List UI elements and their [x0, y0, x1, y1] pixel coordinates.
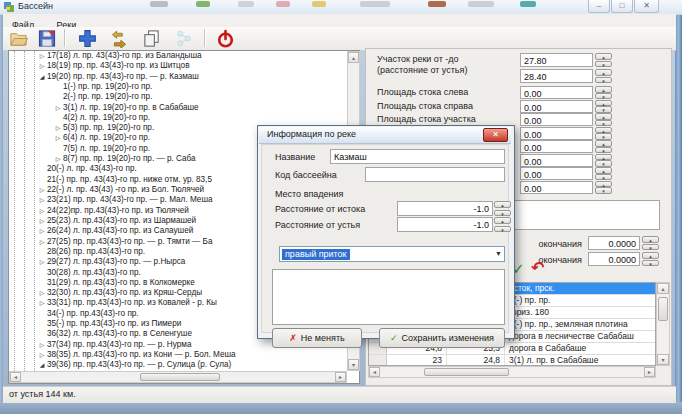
tree-expand-icon[interactable]: ▷ [53, 154, 63, 164]
close-button[interactable]: ✕ [634, 0, 659, 13]
flow-row-field[interactable]: 0.00 [520, 100, 593, 113]
tree-item[interactable]: 1(-) пр. пр. 19(20)-го пр. [9, 82, 346, 92]
tree-expand-icon[interactable]: ▷ [37, 340, 47, 350]
tree-expand-icon[interactable]: ▷ [53, 103, 63, 113]
undo-icon[interactable]: ↶ [531, 258, 544, 277]
mark-row-field[interactable]: 0.0000 [588, 252, 640, 266]
flow-row-field[interactable]: 0.00 [520, 154, 593, 167]
cancel-button[interactable]: ✗Не менять [272, 328, 362, 348]
scroll-left-icon[interactable]: ◂ [369, 367, 380, 377]
section-from-spinner[interactable]: ▴▾ [595, 53, 612, 67]
tree-expand-icon[interactable]: ▷ [53, 133, 63, 143]
distance-source-field[interactable]: -1.0 [397, 201, 493, 216]
spin-up-icon[interactable]: ▴ [494, 201, 511, 208]
tree-expand-icon[interactable]: ▷ [37, 61, 47, 71]
value-spinner[interactable]: ▴▾ [595, 154, 612, 167]
flow-row-field[interactable]: 0.00 [520, 167, 593, 180]
tree-expand-icon[interactable]: ▷ [37, 288, 47, 298]
scroll-right-icon[interactable]: ▸ [335, 372, 346, 382]
dialog-close-button[interactable]: ✕ [483, 128, 508, 142]
spin-up-icon[interactable]: ▴ [494, 217, 511, 224]
value-spinner[interactable]: ▴▾ [595, 167, 612, 180]
tree-expand-icon[interactable]: ▷ [37, 206, 47, 216]
scrollbar-thumb[interactable] [140, 373, 220, 381]
tree-horizontal-scrollbar[interactable]: ◂ ▸ [9, 371, 347, 383]
section-from-field[interactable]: 27.80 [520, 53, 593, 67]
spin-down-icon[interactable]: ▾ [642, 260, 659, 267]
tree-item[interactable]: ▷18(19) пр. пр. 43(43)-го пр. из Шитцов [9, 61, 346, 71]
spin-down-icon[interactable]: ▾ [494, 210, 511, 217]
exchange-button[interactable] [106, 28, 132, 49]
tree-expand-icon[interactable]: ▷ [37, 226, 47, 236]
spin-down-icon[interactable]: ▾ [595, 174, 612, 181]
tree-item[interactable]: 4(2) л. пр. 19(20)-го пр. [9, 113, 346, 123]
scroll-down-icon[interactable]: ▾ [657, 354, 669, 365]
distance-source-spinner[interactable]: ▴▾ [494, 201, 511, 216]
copy-button[interactable] [138, 28, 164, 49]
tree-item[interactable]: ▷38(35) л. пр.43(43)-го пр. из Кони — р.… [9, 350, 346, 360]
mark-row-spinner[interactable]: ▴▾ [642, 252, 659, 266]
flow-row-field[interactable]: 0.00 [520, 113, 593, 126]
tributary-type-combobox[interactable]: правый приток ▼ [279, 246, 505, 262]
spin-down-icon[interactable]: ▾ [595, 77, 612, 84]
distance-mouth-spinner[interactable]: ▴▾ [494, 217, 511, 232]
tree-expand-icon[interactable]: ▷ [37, 350, 47, 360]
spin-up-icon[interactable]: ▴ [642, 236, 659, 243]
flow-row-field[interactable]: 0.00 [520, 181, 593, 194]
tree-item[interactable]: 2(-) пр. пр. 19(20)-го пр. [9, 92, 346, 102]
spin-up-icon[interactable]: ▴ [595, 140, 612, 147]
tree-item[interactable]: ◢39(36) пр. пр.43(43)-го пр. — р. Сулица… [9, 360, 346, 370]
scroll-left-icon[interactable]: ◂ [10, 372, 21, 382]
spin-down-icon[interactable]: ▾ [595, 147, 612, 154]
tree-expand-icon[interactable]: ◢ [37, 360, 47, 370]
tree-expand-icon[interactable]: ▷ [37, 257, 47, 267]
tree-expand-icon[interactable]: ▷ [53, 123, 63, 133]
grid-row[interactable]: 2324,83(1) л. пр. в Сабабаше [369, 355, 655, 366]
maximize-button[interactable]: □ [611, 0, 633, 13]
spin-down-icon[interactable]: ▾ [595, 160, 612, 167]
exit-button[interactable] [212, 28, 238, 49]
tree-expand-icon[interactable]: ▷ [37, 216, 47, 226]
spin-down-icon[interactable]: ▾ [595, 187, 612, 194]
tree-expand-icon[interactable]: ▷ [37, 51, 47, 61]
spin-down-icon[interactable]: ▾ [595, 120, 612, 127]
flow-row-field[interactable]: 0.00 [520, 140, 593, 153]
chevron-down-icon[interactable]: ▼ [495, 250, 502, 257]
value-spinner[interactable]: ▴▾ [595, 100, 612, 113]
spin-up-icon[interactable]: ▴ [595, 69, 612, 76]
value-spinner[interactable]: ▴▾ [595, 127, 612, 140]
spin-down-icon[interactable]: ▾ [595, 61, 612, 68]
value-spinner[interactable]: ▴▾ [595, 181, 612, 194]
flow-row-field[interactable]: 0.00 [520, 86, 593, 99]
open-folder-button[interactable] [5, 28, 31, 49]
save-button[interactable] [34, 28, 60, 49]
save-changes-button[interactable]: ✓Сохранить изменения [379, 328, 505, 348]
spin-up-icon[interactable]: ▴ [595, 113, 612, 120]
scroll-right-icon[interactable]: ▸ [644, 367, 655, 377]
tree-item[interactable]: ▷3(1) л. пр. 19(20)-го пр. в Сабабаше [9, 103, 346, 113]
comment-textarea[interactable] [272, 269, 505, 325]
tree-item[interactable]: ▷17(18) л. пр. 43(43)-го пр. из Баландыш… [9, 51, 346, 61]
hierarchy-button[interactable] [172, 28, 198, 49]
tree-expand-icon[interactable]: ▷ [37, 185, 47, 195]
spin-down-icon[interactable]: ▾ [595, 106, 612, 113]
mark-row-field[interactable]: 0.0000 [588, 236, 640, 250]
tree-expand-icon[interactable]: ◢ [37, 72, 47, 82]
spin-up-icon[interactable]: ▴ [595, 167, 612, 174]
value-spinner[interactable]: ▴▾ [595, 86, 612, 99]
tree-expand-icon[interactable]: ▷ [37, 237, 47, 247]
spin-up-icon[interactable]: ▴ [595, 86, 612, 93]
grid-vertical-scrollbar[interactable]: ▴ ▾ [656, 282, 670, 366]
scrollbar-thumb[interactable] [424, 368, 509, 376]
value-spinner[interactable]: ▴▾ [595, 140, 612, 153]
scroll-down-icon[interactable]: ▾ [348, 359, 359, 370]
spin-up-icon[interactable]: ▴ [595, 53, 612, 60]
spin-up-icon[interactable]: ▴ [642, 252, 659, 259]
tree-expand-icon[interactable]: ▷ [37, 195, 47, 205]
scroll-up-icon[interactable]: ▴ [348, 52, 359, 63]
scroll-up-icon[interactable]: ▴ [657, 283, 669, 294]
spin-down-icon[interactable]: ▾ [642, 244, 659, 251]
mark-row-spinner[interactable]: ▴▾ [642, 236, 659, 250]
value-spinner[interactable]: ▴▾ [595, 113, 612, 126]
add-river-button[interactable] [72, 28, 102, 49]
